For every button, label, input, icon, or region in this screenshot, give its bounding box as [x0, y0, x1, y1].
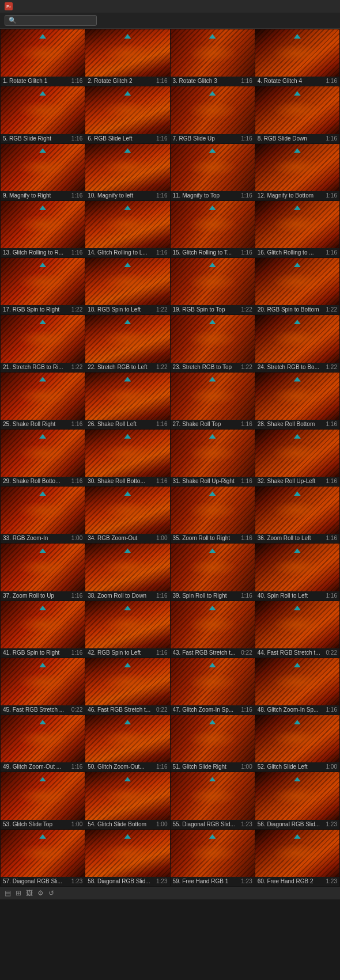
item-name: 60. Free Hand RGB 2: [258, 878, 324, 884]
grid-item[interactable]: 19. RGB Spin to Top 1:22: [171, 258, 255, 314]
grid-item[interactable]: 4. Rotate Glitch 4 1:16: [255, 29, 339, 86]
grid-item[interactable]: 37. Zoom Roll to Up 1:16: [1, 544, 85, 600]
item-duration: 1:16: [241, 706, 252, 713]
grid-item[interactable]: 18. RGB Spin to Left 1:22: [85, 258, 169, 314]
grid-item[interactable]: 48. Glitch Zoom-In Sp... 1:16: [255, 658, 339, 715]
thumbnail: [85, 601, 169, 648]
item-duration: 1:16: [241, 135, 252, 142]
grid-item[interactable]: 45. Fast RGB Stretch ... 0:22: [1, 658, 85, 715]
item-duration: 1:23: [241, 878, 252, 884]
grid-item[interactable]: 21. Stretch RGB to Ri... 1:22: [1, 315, 85, 371]
grid-item[interactable]: 14. Glitch Rolling to L... 1:16: [85, 201, 169, 257]
grid-item[interactable]: 47. Glitch Zoom-In Sp... 1:16: [171, 658, 255, 715]
grid-item[interactable]: 42. RGB Spin to Left 1:16: [85, 601, 169, 658]
item-label: 34. RGB Zoom-Out 1:00: [85, 534, 169, 543]
grid-item[interactable]: 8. RGB Slide Down 1:16: [255, 86, 339, 143]
grid-item[interactable]: 17. RGB Spin to Right 1:22: [1, 258, 85, 314]
grid-item[interactable]: 50. Glitch Zoom-Out... 1:16: [85, 715, 169, 772]
grid-item[interactable]: 46. Fast RGB Stretch t... 0:22: [85, 658, 169, 715]
grid-item[interactable]: 23. Stretch RGB to Top 1:22: [171, 315, 255, 371]
grid-item[interactable]: 15. Glitch Rolling to T... 1:16: [171, 201, 255, 257]
grid-item[interactable]: 29. Shake Roll Botto... 1:16: [1, 430, 85, 486]
grid-item[interactable]: 6. RGB Slide Left 1:16: [85, 86, 169, 143]
item-name: 13. Glitch Rolling to R...: [3, 249, 69, 256]
grid-item[interactable]: 40. Spin Roll to Left 1:16: [255, 544, 339, 600]
item-name: 2. Rotate Glitch 2: [88, 78, 154, 84]
grid-item[interactable]: 10. Magnify to left 1:16: [85, 144, 169, 200]
item-label: 18. RGB Spin to Left 1:22: [85, 305, 169, 314]
search-box[interactable]: 🔍: [5, 15, 97, 26]
grid-item[interactable]: 38. Zoom Roll to Down 1:16: [85, 544, 169, 600]
thumb-accent: [124, 263, 131, 267]
grid-item[interactable]: 52. Glitch Slide Left 1:00: [255, 715, 339, 772]
thumb-accent: [39, 434, 46, 439]
item-duration: 1:16: [71, 764, 82, 770]
grid-item[interactable]: 20. RGB Spin to Bottom 1:22: [255, 258, 339, 314]
grid-item[interactable]: 30. Shake Roll Botto... 1:16: [85, 430, 169, 486]
grid-item[interactable]: 44. Fast RGB Stretch t... 0:22: [255, 601, 339, 658]
thumbnail: [255, 315, 339, 362]
grid-item[interactable]: 28. Shake Roll Bottom 1:16: [255, 373, 339, 429]
item-label: 21. Stretch RGB to Ri... 1:22: [1, 363, 85, 372]
thumbnail: [85, 86, 169, 134]
grid-item[interactable]: 12. Magnify to Bottom 1:16: [255, 144, 339, 200]
grid-item[interactable]: 27. Shake Roll Top 1:16: [171, 373, 255, 429]
grid-item[interactable]: 34. RGB Zoom-Out 1:00: [85, 487, 169, 543]
grid-item[interactable]: 55. Diagonal RGB Slid... 1:23: [171, 772, 255, 829]
item-name: 1. Rotate Glitch 1: [3, 78, 69, 84]
bottom-icon-4: ⚙: [37, 889, 44, 897]
item-label: 59. Free Hand RGB 1 1:23: [171, 877, 255, 886]
item-duration: 1:22: [71, 364, 82, 370]
grid-item[interactable]: 36. Zoom Roll to Left 1:16: [255, 487, 339, 543]
thumbnail: [1, 601, 85, 648]
grid-item[interactable]: 41. RGB Spin to Right 1:16: [1, 601, 85, 658]
grid-item[interactable]: 56. Diagonal RGB Slid... 1:23: [255, 772, 339, 829]
thumb-accent: [209, 434, 216, 439]
grid-item[interactable]: 57. Diagonal RGB Sli... 1:23: [1, 830, 85, 886]
grid-item[interactable]: 11. Magnify to Top 1:16: [171, 144, 255, 200]
grid-item[interactable]: 24. Stretch RGB to Bo... 1:22: [255, 315, 339, 371]
thumb-accent: [209, 320, 216, 324]
grid-item[interactable]: 7. RGB Slide Up 1:16: [171, 86, 255, 143]
grid-item[interactable]: 26. Shake Roll Left 1:16: [85, 373, 169, 429]
item-duration: 1:16: [241, 478, 252, 484]
item-label: 14. Glitch Rolling to L... 1:16: [85, 248, 169, 257]
grid-item[interactable]: 43. Fast RGB Stretch t... 0:22: [171, 601, 255, 658]
grid-item[interactable]: 9. Magnify to Right 1:16: [1, 144, 85, 200]
item-label: 28. Shake Roll Bottom 1:16: [255, 420, 339, 429]
search-input[interactable]: [19, 17, 88, 24]
item-label: 52. Glitch Slide Left 1:00: [255, 762, 339, 772]
grid-item[interactable]: 25. Shake Roll Right 1:16: [1, 373, 85, 429]
grid-item[interactable]: 31. Shake Roll Up-Right 1:16: [171, 430, 255, 486]
thumb-accent: [39, 663, 46, 667]
grid-item[interactable]: 54. Glitch Slide Bottom 1:00: [85, 772, 169, 829]
thumb-accent: [124, 720, 131, 724]
item-name: 58. Diagonal RGB Slid...: [88, 878, 154, 884]
grid-item[interactable]: 1. Rotate Glitch 1 1:16: [1, 29, 85, 86]
thumbnail: [255, 544, 339, 591]
grid-item[interactable]: 39. Spin Roll to Right 1:16: [171, 544, 255, 600]
grid-item[interactable]: 53. Glitch Slide Top 1:00: [1, 772, 85, 829]
grid-item[interactable]: 32. Shake Roll Up-Left 1:16: [255, 430, 339, 486]
grid-item[interactable]: 2. Rotate Glitch 2 1:16: [85, 29, 169, 86]
grid-item[interactable]: 35. Zoom Roll to Right 1:16: [171, 487, 255, 543]
grid-item[interactable]: 51. Glitch Slide Right 1:00: [171, 715, 255, 772]
item-name: 39. Spin Roll to Right: [173, 592, 239, 599]
grid-item[interactable]: 16. Glitch Rolling to ... 1:16: [255, 201, 339, 257]
thumbnail: [255, 830, 339, 877]
item-duration: 1:22: [156, 306, 167, 313]
grid-item[interactable]: 59. Free Hand RGB 1 1:23: [171, 830, 255, 886]
grid-item[interactable]: 33. RGB Zoom-In 1:00: [1, 487, 85, 543]
grid-item[interactable]: 13. Glitch Rolling to R... 1:16: [1, 201, 85, 257]
grid-item[interactable]: 58. Diagonal RGB Slid... 1:23: [85, 830, 169, 886]
item-name: 34. RGB Zoom-Out: [88, 535, 154, 541]
item-duration: 1:22: [241, 306, 252, 313]
grid-item[interactable]: 49. Glitch Zoom-Out ... 1:16: [1, 715, 85, 772]
grid-item[interactable]: 60. Free Hand RGB 2 1:23: [255, 830, 339, 886]
grid-item[interactable]: 22. Stretch RGB to Left 1:22: [85, 315, 169, 371]
grid-item[interactable]: 3. Rotate Glitch 3 1:16: [171, 29, 255, 86]
thumb-accent: [294, 34, 301, 39]
thumb-accent: [39, 377, 46, 382]
grid-item[interactable]: 5. RGB Slide Right 1:16: [1, 86, 85, 143]
item-duration: 1:22: [326, 364, 337, 370]
